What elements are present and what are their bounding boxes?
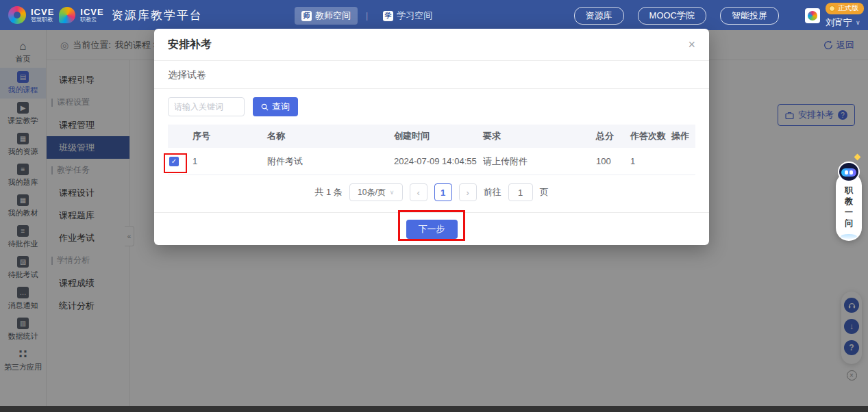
chevron-down-icon: ∨ — [390, 189, 395, 196]
header-seq: 序号 — [188, 130, 253, 142]
pagination-total: 共 1 条 — [314, 186, 342, 198]
ai-assistant-widget[interactable]: 职 教 一 问 — [836, 172, 862, 241]
search-icon — [261, 103, 269, 111]
prev-page-button[interactable]: ‹ — [410, 183, 427, 201]
icve-zhihuizhijiao-logo-icon — [8, 6, 26, 24]
cell-total-score: 100 — [593, 156, 627, 166]
cell-requirement: 请上传附件 — [476, 155, 593, 168]
header-action: 操作 — [671, 130, 695, 142]
cell-seq: 1 — [188, 156, 253, 166]
top-header: ICVE 智慧职教 ICVE 职教云 资源库教学平台 师 教师空间 | 学 学习… — [0, 0, 868, 30]
page-size-select[interactable]: 10条/页 ∨ — [349, 183, 403, 201]
goto-unit: 页 — [540, 186, 549, 198]
brand-name-1: ICVE — [31, 8, 54, 17]
space-switcher: 师 教师空间 | 学 学习空间 — [295, 7, 439, 25]
cell-attempts: 1 — [627, 156, 671, 166]
user-name-label: 刘宵宁 — [826, 16, 852, 29]
tab-teacher-space[interactable]: 师 教师空间 — [295, 7, 358, 25]
header-total-score: 总分 — [593, 130, 627, 142]
teacher-space-icon: 师 — [301, 11, 312, 21]
brand-name-2: ICVE — [80, 8, 103, 17]
nav-separator: | — [366, 11, 368, 21]
next-step-button[interactable]: 下一步 — [406, 220, 458, 239]
version-badge: 正式版 — [826, 3, 864, 14]
header-quick-links: 资源库 MOOC学院 智能投屏 — [574, 7, 779, 25]
exam-paper-table: 序号 名称 创建时间 要求 总分 作答次数 操作 ✓ 1 附件考试 2024-0… — [168, 125, 695, 175]
tab-learning-space[interactable]: 学 学习空间 — [376, 7, 439, 25]
row-checkbox-checked[interactable]: ✓ — [169, 157, 179, 166]
header-name: 名称 — [253, 130, 373, 142]
link-mooc-academy[interactable]: MOOC学院 — [638, 7, 706, 25]
chevron-down-icon: ∨ — [856, 19, 860, 26]
page-number-1[interactable]: 1 — [434, 183, 452, 201]
table-header-row: 序号 名称 创建时间 要求 总分 作答次数 操作 — [168, 125, 695, 148]
learning-space-icon: 学 — [383, 11, 393, 21]
close-icon[interactable]: × — [688, 38, 695, 51]
brand-area: ICVE 智慧职教 ICVE 职教云 资源库教学平台 — [8, 0, 203, 30]
dialog-body: 选择试卷 查询 序号 名称 创建时间 要求 — [154, 61, 709, 201]
dialog-header: 安排补考 × — [154, 29, 709, 61]
search-row: 查询 — [168, 97, 695, 116]
cell-name: 附件考试 — [253, 155, 373, 168]
select-paper-label: 选择试卷 — [154, 68, 709, 89]
query-button[interactable]: 查询 — [253, 97, 298, 116]
pagination: 共 1 条 10条/页 ∨ ‹ 1 › 前往 页 — [168, 183, 695, 201]
icve-zhijiaoyun-logo-icon — [59, 7, 75, 23]
cell-created: 2024-07-09 14:04:55 — [373, 156, 476, 166]
dialog-title: 安排补考 — [168, 38, 212, 52]
user-menu[interactable]: 刘宵宁 ∨ — [826, 16, 860, 29]
header-requirement: 要求 — [476, 130, 593, 142]
goto-page-input[interactable] — [508, 183, 533, 201]
app-window: ICVE 智慧职教 ICVE 职教云 资源库教学平台 师 教师空间 | 学 学习… — [0, 0, 868, 412]
app-mini-logo-icon[interactable] — [805, 8, 820, 23]
dialog-footer: 下一步 — [154, 212, 709, 245]
learning-space-label: 学习空间 — [397, 10, 432, 22]
header-attempts: 作答次数 — [627, 130, 671, 142]
table-row: ✓ 1 附件考试 2024-07-09 14:04:55 请上传附件 100 1 — [168, 148, 695, 175]
medal-icon — [829, 5, 835, 12]
goto-label: 前往 — [484, 186, 501, 198]
wave-decoration — [841, 234, 857, 239]
assistant-label: 职 教 一 问 — [836, 185, 862, 229]
brand-sub-1: 智慧职教 — [31, 17, 54, 23]
brand-sub-2: 职教云 — [80, 17, 103, 23]
robot-icon — [838, 162, 860, 182]
next-page-button[interactable]: › — [459, 183, 477, 201]
link-smart-casting[interactable]: 智能投屏 — [720, 7, 779, 25]
teacher-space-label: 教师空间 — [315, 10, 351, 22]
keyword-search-input[interactable] — [168, 97, 245, 116]
header-created: 创建时间 — [373, 130, 476, 142]
link-resource-library[interactable]: 资源库 — [574, 7, 624, 25]
user-area: 正式版 刘宵宁 ∨ — [805, 3, 864, 29]
page-title: 资源库教学平台 — [112, 8, 203, 23]
arrange-makeup-exam-dialog: 安排补考 × 选择试卷 查询 序号 名称 — [154, 29, 709, 245]
